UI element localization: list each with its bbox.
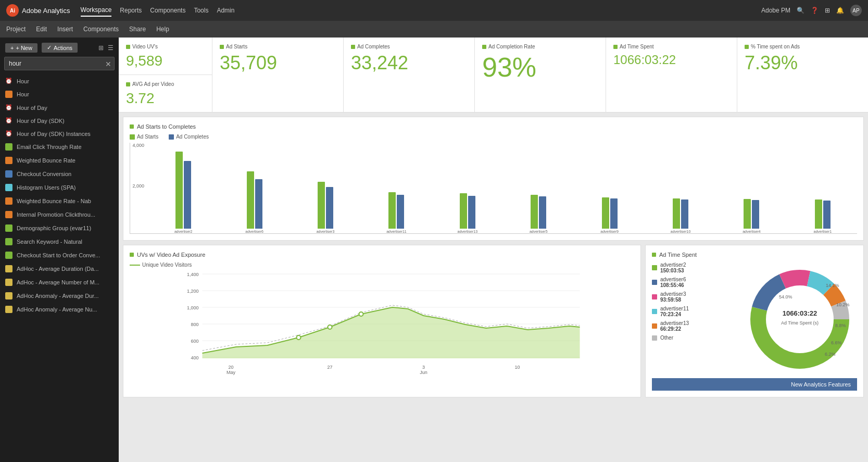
sidebar-item-adhoc-number[interactable]: AdHoc - Average Number of M... [0,276,119,289]
sidebar-item-label: Search Keyword - Natural [17,239,82,245]
top-nav: Ai Adobe Analytics Workspace Reports Com… [0,0,868,21]
pct-label-62: 6.2% [825,352,836,357]
menu-project[interactable]: Project [6,26,26,33]
kpi-avg-ad: AVG Ad per Video 3.72 [119,75,212,112]
sidebar-item-internal-promo[interactable]: Internal Promotion Clickthrou... [0,208,119,221]
sidebar-item-label: Weighted Bounce Rate [17,157,76,164]
sidebar-item-checkout-conversion[interactable]: Checkout Conversion [0,167,119,181]
sidebar-item-label: AdHoc Anomaly - Average Dur... [17,293,99,299]
bar-label: advertiser4 [743,230,761,233]
panel-icon[interactable]: ⊞ [98,44,104,52]
sidebar-item-hour-of-day[interactable]: ⏰ Hour of Day [0,101,119,114]
kpi-avg-ad-label: AVG Ad per Video [126,81,205,87]
bar-group-bars [460,148,475,229]
actions-button[interactable]: ✓ Actions [42,43,78,53]
sidebar-item-adhoc-anomaly-dur[interactable]: AdHoc Anomaly - Average Dur... [0,289,119,303]
green-metric-icon-2 [5,224,12,232]
kpi-time-spent: Ad Time Spent 1066:03:22 [606,38,737,112]
nav-admin[interactable]: Admin [217,5,234,16]
donut-svg: 1066:03:22 Ad Time Spent (s) 54.0% 14.1%… [743,262,857,377]
sidebar-item-adhoc-dur[interactable]: AdHoc - Average Duration (Da... [0,262,119,276]
sidebar-item-hour-2[interactable]: Hour [0,88,119,101]
bar-label: advertiser6 [245,230,263,233]
donut-chart-dot [652,253,656,257]
search-input[interactable] [4,57,115,70]
sidebar-item-adhoc-anomaly-nu[interactable]: AdHoc Anomaly - Average Nu... [0,303,119,316]
pct-label-102: 10.2% [836,302,850,307]
list-icon[interactable]: ☰ [108,44,114,52]
top-nav-items: Workspace Reports Components Tools Admin [81,4,751,17]
yellow-metric-icon [5,265,12,272]
nav-components[interactable]: Components [150,5,185,16]
legend-item-other: Other [652,335,736,341]
svg-text:3: 3 [422,365,425,370]
content-area: Video UV's 9,589 AVG Ad per Video 3.72 A… [119,38,868,462]
sidebar-item-demographic[interactable]: Demographic Group (evar11) [0,221,119,235]
new-features-bar[interactable]: New Analytics Features [652,378,857,391]
search-icon[interactable]: 🔍 [797,7,804,14]
help-icon[interactable]: ❓ [811,7,819,14]
bar-label: advertiser9 [600,230,619,233]
clear-search-icon[interactable]: ✕ [105,60,111,68]
bar-label: advertiser10 [671,230,691,233]
line-indicator [130,265,140,266]
grid-icon[interactable]: ⊞ [825,7,830,14]
user-label: Adobe PM [761,7,790,14]
bar-label: advertiser1 [814,230,832,233]
sidebar-item-hour-of-day-sdk-instances[interactable]: ⏰ Hour of Day (SDK) Instances [0,127,119,140]
legend-blue-dot [169,134,174,140]
sidebar-item-search-keyword[interactable]: Search Keyword - Natural [0,235,119,248]
sidebar-item-label: Checkout Conversion [17,171,71,177]
bar-group-bars [531,148,546,229]
legend-completes: Ad Completes [169,134,209,140]
menu-edit[interactable]: Edit [36,26,47,33]
bell-icon[interactable]: 🔔 [836,7,844,14]
pct-label-66: 6.6% [831,340,842,345]
bar-starts [531,195,538,229]
donut-legend: advertiser2 150:03:53 advertiser6 108:55… [652,262,736,344]
data-point [328,325,332,329]
bar-completes [681,199,688,229]
menu-components[interactable]: Components [83,26,119,33]
sidebar-item-email-ctr[interactable]: Email Click Through Rate [0,140,119,154]
svg-text:20: 20 [228,365,233,370]
legend-text: advertiser13 66:29:22 [660,320,689,332]
sidebar-item-weighted-bounce-nab[interactable]: Weighted Bounce Rate - Nab [0,194,119,208]
sidebar-item-hour-1[interactable]: ⏰ Hour [0,74,119,88]
bar-completes [255,179,262,229]
sidebar: + + New ✓ Actions ⊞ ☰ ✕ ⏰ Hour Hour [0,38,119,462]
nav-tools[interactable]: Tools [194,5,208,16]
bar-completes [468,196,475,229]
bar-completes [184,161,191,229]
avatar[interactable]: AP [850,5,862,16]
bar-completes [752,200,759,229]
bar-chart-title: Ad Starts to Completes [130,123,857,130]
bottom-row: UVs w/ Video Ad Exposure Unique Video Vi… [123,245,864,397]
bar-group-bars [247,148,262,229]
donut-center-label: Ad Time Spent (s) [781,320,819,326]
menu-help[interactable]: Help [156,26,169,33]
sidebar-item-checkout-start[interactable]: Checkout Start to Order Conve... [0,248,119,262]
nav-workspace[interactable]: Workspace [81,4,112,17]
legend-starts: Ad Starts [130,134,158,140]
menu-insert[interactable]: Insert [57,26,73,33]
clock-icon: ⏰ [5,104,12,111]
sidebar-item-label: Demographic Group (evar11) [17,225,91,231]
menu-share[interactable]: Share [129,26,146,33]
yellow-metric-icon-3 [5,292,12,299]
legend-color-gray [652,335,657,341]
bar-group-advertiser13: advertiser13 [433,148,502,233]
sidebar-item-hour-of-day-sdk[interactable]: ⏰ Hour of Day (SDK) [0,114,119,127]
new-button[interactable]: + + New [5,43,37,53]
donut-chart-title: Ad Time Spent [652,252,857,258]
sidebar-item-histogram-users[interactable]: Histogram Users (SPA) [0,181,119,194]
sidebar-item-weighted-bounce[interactable]: Weighted Bounce Rate [0,154,119,167]
pct-label-88: 8.8% [835,323,846,328]
line-chart-svg: 1,400 1,200 1,000 800 600 400 [130,270,634,371]
data-point [359,312,363,316]
nav-reports[interactable]: Reports [120,5,142,16]
kpi-video-uvs-value: 9,589 [126,54,205,68]
bar-chart-container: 4,000 2,000 advertiser2 [130,143,857,234]
bar-starts [175,152,183,229]
bar-chart-bars: advertiser2 advertiser6 [130,143,857,234]
